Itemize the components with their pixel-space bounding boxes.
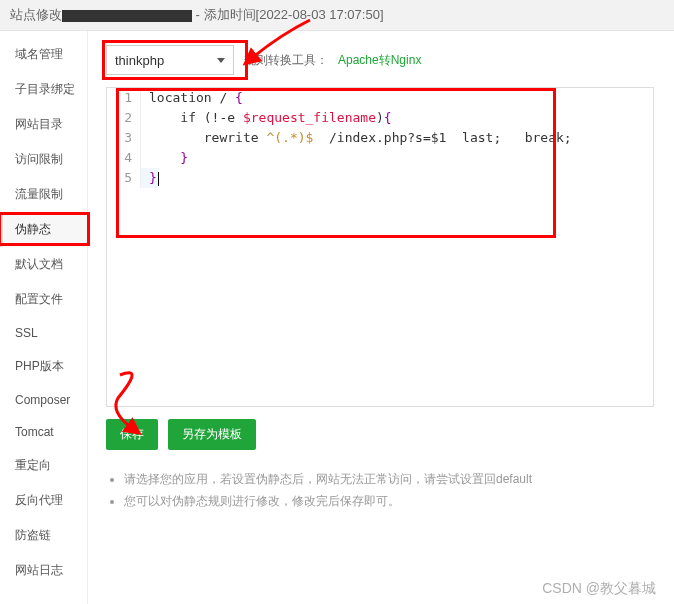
chevron-down-icon (217, 58, 225, 63)
hints-list: 请选择您的应用，若设置伪静态后，网站无法正常访问，请尝试设置回default 您… (106, 468, 654, 512)
template-select[interactable]: thinkphp (106, 45, 234, 75)
sidebar-item-redirect[interactable]: 重定向 (0, 448, 87, 483)
sidebar-item-webdir[interactable]: 网站目录 (0, 107, 87, 142)
header-prefix: 站点修改 (10, 7, 62, 22)
sidebar-item-tomcat[interactable]: Tomcat (0, 416, 87, 448)
toolbar: thinkphp 规则转换工具： Apache转Nginx (106, 45, 654, 75)
code-line: if (!-e $request_filename){ (141, 108, 392, 128)
hint-item: 您可以对伪静态规则进行修改，修改完后保存即可。 (124, 490, 654, 512)
rewrite-editor[interactable]: 1 location / { 2 if (!-e $request_filena… (106, 87, 654, 407)
sidebar-item-access[interactable]: 访问限制 (0, 142, 87, 177)
sidebar-item-defaultdoc[interactable]: 默认文档 (0, 247, 87, 282)
sidebar-item-logs[interactable]: 网站日志 (0, 553, 87, 588)
save-as-template-button[interactable]: 另存为模板 (168, 419, 256, 450)
template-select-value: thinkphp (115, 53, 164, 68)
line-number: 4 (107, 148, 141, 168)
apache-to-nginx-link[interactable]: Apache转Nginx (338, 52, 421, 69)
dialog-header: 站点修改 - 添加时间[2022-08-03 17:07:50] (0, 0, 674, 31)
sidebar-item-domain[interactable]: 域名管理 (0, 37, 87, 72)
sidebar-item-traffic[interactable]: 流量限制 (0, 177, 87, 212)
sidebar-item-hotlink[interactable]: 防盗链 (0, 518, 87, 553)
convert-label: 规则转换工具： (244, 52, 328, 69)
text-cursor (158, 172, 159, 186)
sidebar: 域名管理 子目录绑定 网站目录 访问限制 流量限制 伪静态 默认文档 配置文件 … (0, 31, 88, 604)
sidebar-item-ssl[interactable]: SSL (0, 317, 87, 349)
sidebar-item-rewrite[interactable]: 伪静态 (0, 212, 87, 247)
main-panel: thinkphp 规则转换工具： Apache转Nginx 1 location… (88, 31, 674, 604)
code-line: location / { (141, 88, 243, 108)
sidebar-item-config[interactable]: 配置文件 (0, 282, 87, 317)
sidebar-item-php[interactable]: PHP版本 (0, 349, 87, 384)
sidebar-item-composer[interactable]: Composer (0, 384, 87, 416)
action-bar: 保存 另存为模板 (106, 419, 654, 450)
line-number: 1 (107, 88, 141, 108)
header-suffix: - 添加时间[2022-08-03 17:07:50] (192, 7, 384, 22)
code-line: } (141, 148, 188, 168)
line-number: 2 (107, 108, 141, 128)
sidebar-item-subdir[interactable]: 子目录绑定 (0, 72, 87, 107)
line-number: 3 (107, 128, 141, 148)
sidebar-item-proxy[interactable]: 反向代理 (0, 483, 87, 518)
code-line: rewrite ^(.*)$ /index.php?s=$1 last; bre… (141, 128, 572, 148)
redacted-site-name (62, 10, 192, 22)
code-line: } (141, 168, 159, 188)
line-number: 5 (107, 168, 141, 188)
save-button[interactable]: 保存 (106, 419, 158, 450)
hint-item: 请选择您的应用，若设置伪静态后，网站无法正常访问，请尝试设置回default (124, 468, 654, 490)
